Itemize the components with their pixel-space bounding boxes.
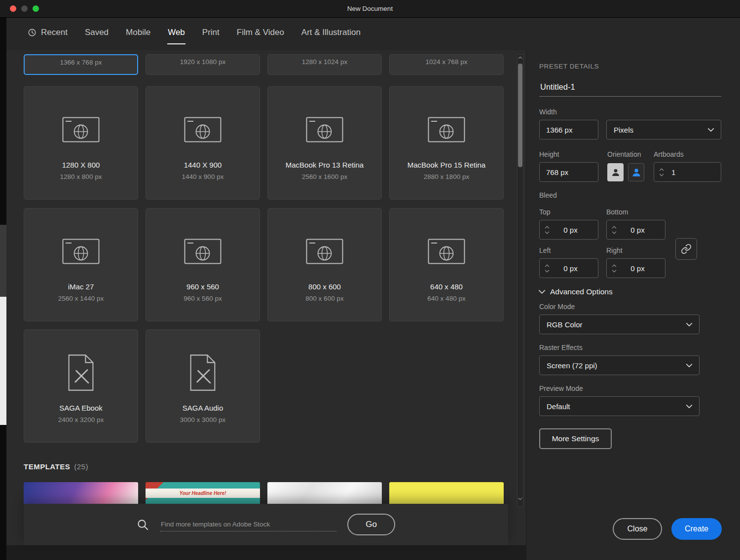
preset-size: 800 x 600 px	[305, 295, 343, 302]
raster-effects-select[interactable]: Screen (72 ppi)	[539, 355, 700, 375]
tab-mobile[interactable]: Mobile	[125, 24, 151, 44]
preset-size: 3000 x 3000 px	[180, 416, 225, 423]
zoom-window-button[interactable]	[33, 5, 39, 12]
more-settings-button[interactable]: More Settings	[539, 428, 612, 449]
preset-card-selected[interactable]: 1366 x 768 px	[24, 54, 138, 75]
preset-card[interactable]: MacBook Pro 13 Retina 2560 x 1600 px	[267, 86, 382, 200]
preset-details-heading: PRESET DETAILS	[539, 63, 599, 70]
preset-card[interactable]: 1440 X 900 1440 x 900 px	[146, 86, 260, 200]
raster-effects-value: Screen (72 ppi)	[547, 361, 597, 370]
preset-card[interactable]: 1024 x 768 px	[389, 54, 504, 75]
go-button[interactable]: Go	[347, 514, 395, 535]
stepper-down-icon[interactable]	[659, 174, 664, 176]
bleed-left-stepper[interactable]: 0 px	[539, 258, 598, 278]
preset-card[interactable]: 960 x 560 960 x 560 px	[146, 208, 260, 321]
browser-globe-icon	[428, 100, 465, 160]
bleed-right-value: 0 px	[618, 264, 665, 273]
tab-label: Mobile	[126, 28, 150, 37]
height-input[interactable]: 768 px	[539, 162, 598, 182]
preset-card[interactable]: 1280 X 800 1280 x 800 px	[24, 86, 138, 200]
preset-card[interactable]: 1280 x 1024 px	[267, 54, 382, 75]
landscape-person-icon	[631, 167, 642, 178]
stepper-down-icon[interactable]	[612, 270, 617, 273]
preset-card[interactable]: SAGA Ebook 2400 x 3200 px	[24, 329, 138, 443]
preset-name: SAGA Audio	[183, 404, 223, 412]
preset-size: 1280 x 800 px	[60, 173, 102, 180]
color-mode-select[interactable]: RGB Color	[539, 315, 700, 334]
stock-search-input[interactable]	[160, 518, 336, 531]
preview-mode-value: Default	[547, 402, 570, 411]
tab-web[interactable]: Web	[167, 24, 185, 44]
preset-card[interactable]: 1920 x 1080 px	[146, 54, 260, 75]
window-title: New Document	[347, 5, 393, 12]
preset-size: 2880 x 1800 px	[424, 173, 469, 180]
bleed-bottom-label: Bottom	[606, 208, 628, 216]
preset-details-panel: PRESET DETAILS Untitled-1 Width 1366 px …	[526, 50, 740, 560]
bleed-top-stepper[interactable]: 0 px	[539, 220, 598, 240]
new-document-dialog: Recent Saved Mobile Web Print Film & Vid…	[6, 18, 740, 560]
preset-name: MacBook Pro 13 Retina	[286, 161, 364, 169]
scrollbar[interactable]	[517, 54, 523, 507]
document-name-input[interactable]: Untitled-1	[539, 79, 721, 97]
browser-globe-icon	[428, 221, 465, 281]
tab-recent[interactable]: Recent	[27, 24, 68, 44]
templates-heading: TEMPLATES(25)	[24, 462, 88, 471]
browser-globe-icon	[306, 221, 343, 281]
artboards-stepper[interactable]: 1	[654, 162, 721, 182]
bleed-left-label: Left	[539, 246, 551, 254]
orientation-portrait-button[interactable]	[607, 163, 624, 181]
minimize-window-button[interactable]	[21, 5, 28, 12]
browser-globe-icon	[184, 221, 222, 281]
preset-size: 960 x 560 px	[184, 295, 222, 302]
preset-card[interactable]: 640 x 480 640 x 480 px	[389, 208, 504, 321]
artboards-value: 1	[666, 168, 721, 176]
tab-saved[interactable]: Saved	[84, 24, 109, 44]
bleed-right-label: Right	[606, 246, 623, 254]
background-artboard-sliver	[0, 297, 6, 425]
preset-card[interactable]: iMac 27 2560 x 1440 px	[24, 208, 138, 321]
portrait-person-icon	[611, 168, 621, 177]
stepper-down-icon[interactable]	[612, 231, 617, 234]
close-button[interactable]: Close	[613, 518, 662, 540]
chevron-down-icon	[686, 322, 693, 327]
tab-film-video[interactable]: Film & Video	[236, 24, 285, 44]
document-template-icon	[66, 343, 96, 403]
chevron-down-icon	[707, 128, 714, 132]
browser-globe-icon	[62, 221, 100, 281]
tab-art-illustration[interactable]: Art & Illustration	[301, 24, 361, 44]
width-input[interactable]: 1366 px	[539, 120, 598, 140]
stepper-up-icon[interactable]	[612, 264, 617, 267]
stepper-down-icon[interactable]	[545, 270, 550, 273]
color-mode-value: RGB Color	[547, 320, 583, 329]
bleed-top-value: 0 px	[551, 226, 598, 234]
scroll-down-icon[interactable]	[518, 497, 523, 500]
preset-size: 1024 x 768 px	[390, 58, 503, 66]
create-button[interactable]: Create	[671, 518, 722, 540]
bleed-right-stepper[interactable]: 0 px	[606, 258, 666, 278]
preview-mode-label: Preview Mode	[539, 385, 583, 392]
preset-name: 800 x 600	[308, 282, 341, 291]
preset-card[interactable]: MacBook Pro 15 Retina 2880 x 1800 px	[389, 86, 504, 200]
bleed-link-button[interactable]	[675, 238, 697, 260]
stepper-up-icon[interactable]	[545, 264, 550, 267]
advanced-options-toggle[interactable]: Advanced Options	[538, 287, 613, 296]
preset-size: 2560 x 1440 px	[58, 295, 104, 302]
close-window-button[interactable]	[10, 5, 16, 12]
scrollbar-thumb[interactable]	[518, 64, 522, 167]
scroll-up-icon[interactable]	[518, 56, 523, 59]
stepper-up-icon[interactable]	[659, 168, 664, 171]
preset-size: 1280 x 1024 px	[268, 58, 381, 66]
preview-mode-select[interactable]: Default	[539, 396, 700, 416]
preset-card[interactable]: 800 x 600 800 x 600 px	[267, 208, 382, 321]
stepper-down-icon[interactable]	[545, 231, 550, 234]
preset-size: 1440 x 900 px	[182, 173, 224, 180]
preset-card[interactable]: SAGA Audio 3000 x 3000 px	[146, 329, 260, 443]
units-select[interactable]: Pixels	[606, 120, 721, 140]
preset-size: 1366 x 768 px	[25, 59, 137, 66]
tab-print[interactable]: Print	[202, 24, 220, 44]
bleed-bottom-stepper[interactable]: 0 px	[606, 220, 666, 240]
preset-size: 640 x 480 px	[427, 295, 465, 302]
stepper-up-icon[interactable]	[545, 226, 550, 229]
orientation-landscape-button[interactable]	[628, 163, 644, 181]
stepper-up-icon[interactable]	[612, 226, 617, 229]
